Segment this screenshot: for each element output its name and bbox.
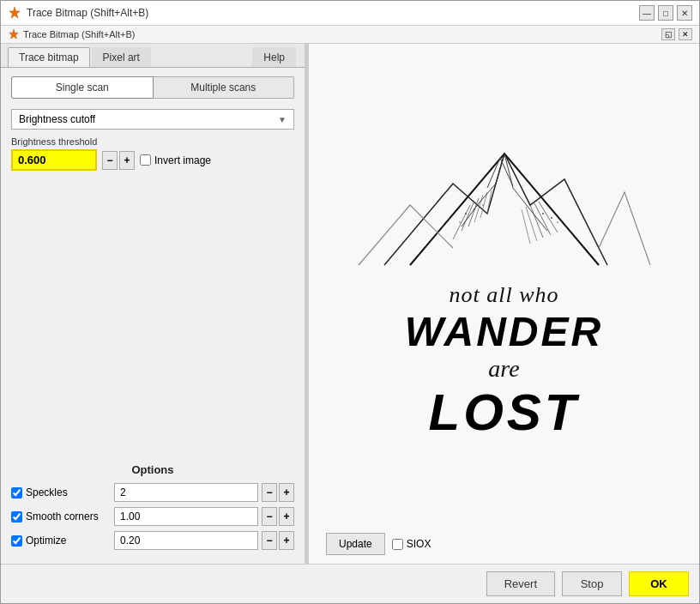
threshold-label: Brightness threshold (11, 136, 294, 147)
smooth-corners-input[interactable] (114, 507, 258, 526)
optimize-increment-button[interactable]: + (279, 531, 294, 550)
smooth-corners-label[interactable]: Smooth corners (11, 510, 114, 522)
svg-marker-1 (9, 29, 19, 39)
svg-point-15 (482, 204, 484, 206)
app-icon (8, 6, 21, 20)
main-window: Trace Bitmap (Shift+Alt+B) — □ ✕ Trace B… (0, 0, 700, 604)
quote-line4: LOST (405, 383, 603, 442)
smooth-corners-checkbox[interactable] (11, 511, 22, 522)
speckles-steppers: − + (262, 483, 294, 502)
dropdown-arrow-icon: ▼ (278, 115, 287, 124)
optimize-input[interactable] (114, 531, 258, 550)
invert-image-checkbox[interactable] (140, 154, 151, 166)
update-button[interactable]: Update (326, 533, 385, 555)
svg-point-14 (474, 208, 475, 210)
speckles-checkbox[interactable] (11, 487, 22, 498)
smooth-corners-row: Smooth corners − + (11, 507, 294, 526)
mountain-illustration (341, 136, 667, 274)
speckles-decrement-button[interactable]: − (262, 483, 277, 502)
stop-button[interactable]: Stop (562, 571, 622, 596)
svg-line-5 (530, 205, 543, 238)
smooth-corners-increment-button[interactable]: + (279, 507, 294, 526)
speckles-input[interactable] (114, 483, 258, 502)
quote-line3: are (405, 355, 603, 383)
optimize-text: Optimize (26, 535, 66, 547)
quote-area: not all who WANDER are LOST (405, 282, 603, 442)
options-section: Options Speckles − + (11, 456, 294, 555)
invert-image-label[interactable]: Invert image (140, 154, 211, 166)
siox-checkbox[interactable] (392, 539, 403, 550)
sub-window-title: Trace Bitmap (Shift+Alt+B) (23, 29, 135, 39)
svg-point-19 (557, 221, 558, 223)
maximize-button[interactable]: □ (658, 5, 673, 21)
threshold-row: − + Invert image (11, 149, 294, 171)
sub-close-button[interactable]: ✕ (679, 28, 692, 40)
threshold-decrement-button[interactable]: − (102, 151, 118, 170)
svg-point-16 (542, 213, 544, 214)
left-panel: Trace bitmap Pixel art Help Single scan … (1, 44, 305, 564)
footer-bar: Revert Stop OK (1, 564, 699, 603)
title-bar-left: Trace Bitmap (Shift+Alt+B) (8, 6, 148, 20)
main-content: Trace bitmap Pixel art Help Single scan … (1, 44, 699, 564)
dropdown-selected: Brightness cutoff (19, 113, 95, 125)
options-title: Options (11, 463, 294, 476)
optimize-row: Optimize − + (11, 531, 294, 550)
threshold-section: Brightness threshold − + Invert image (11, 136, 294, 171)
siox-text: SIOX (407, 538, 431, 550)
title-buttons: — □ ✕ (639, 5, 692, 21)
svg-line-12 (522, 209, 530, 244)
tab-trace-bitmap[interactable]: Trace bitmap (8, 47, 90, 67)
sub-title: Trace Bitmap (Shift+Alt+B) (8, 28, 135, 40)
speckles-increment-button[interactable]: + (279, 483, 294, 502)
svg-marker-0 (9, 7, 20, 18)
smooth-corners-text: Smooth corners (26, 510, 99, 522)
svg-point-17 (551, 217, 552, 219)
title-bar: Trace Bitmap (Shift+Alt+B) — □ ✕ (1, 1, 699, 26)
mode-dropdown[interactable]: Brightness cutoff ▼ (11, 109, 294, 130)
optimize-checkbox[interactable] (11, 535, 22, 547)
optimize-steppers: − + (262, 531, 294, 550)
tab-bar: Trace bitmap Pixel art Help (1, 44, 305, 68)
right-panel: not all who WANDER are LOST Update SIOX (309, 44, 699, 564)
sub-controls: ◱ ✕ (661, 28, 692, 40)
sub-restore-button[interactable]: ◱ (661, 28, 675, 40)
siox-label[interactable]: SIOX (392, 538, 431, 550)
tab-pixel-art[interactable]: Pixel art (92, 47, 151, 67)
threshold-increment-button[interactable]: + (119, 151, 135, 170)
ok-button[interactable]: OK (629, 571, 689, 596)
speckles-label[interactable]: Speckles (11, 486, 114, 498)
optimize-label[interactable]: Optimize (11, 535, 114, 547)
bottom-controls: Update SIOX (317, 533, 691, 555)
threshold-steppers: − + (102, 151, 135, 170)
panel-body: Single scan Multiple scans Brightness cu… (1, 68, 305, 564)
svg-point-13 (465, 213, 467, 214)
threshold-input[interactable] (11, 149, 97, 171)
speckles-row: Speckles − + (11, 483, 294, 502)
sub-app-icon (8, 28, 20, 40)
quote-line2: WANDER (405, 308, 603, 355)
speckles-text: Speckles (26, 486, 68, 498)
invert-image-text: Invert image (154, 154, 211, 166)
svg-line-9 (480, 192, 487, 218)
single-scan-button[interactable]: Single scan (11, 76, 154, 99)
svg-point-18 (459, 221, 461, 223)
minimize-button[interactable]: — (639, 5, 655, 21)
optimize-decrement-button[interactable]: − (262, 531, 277, 550)
preview-area: not all who WANDER are LOST (317, 52, 691, 526)
quote-line1: not all who (405, 282, 603, 308)
tab-help[interactable]: Help (252, 47, 296, 67)
revert-button[interactable]: Revert (486, 571, 555, 596)
smooth-corners-steppers: − + (262, 507, 294, 526)
close-button[interactable]: ✕ (677, 5, 692, 21)
multiple-scans-button[interactable]: Multiple scans (154, 76, 295, 99)
window-title: Trace Bitmap (Shift+Alt+B) (27, 7, 148, 19)
scan-mode-buttons: Single scan Multiple scans (11, 76, 294, 99)
smooth-corners-decrement-button[interactable]: − (262, 507, 277, 526)
mode-dropdown-row: Brightness cutoff ▼ (11, 109, 294, 130)
sub-bar: Trace Bitmap (Shift+Alt+B) ◱ ✕ (1, 26, 699, 44)
